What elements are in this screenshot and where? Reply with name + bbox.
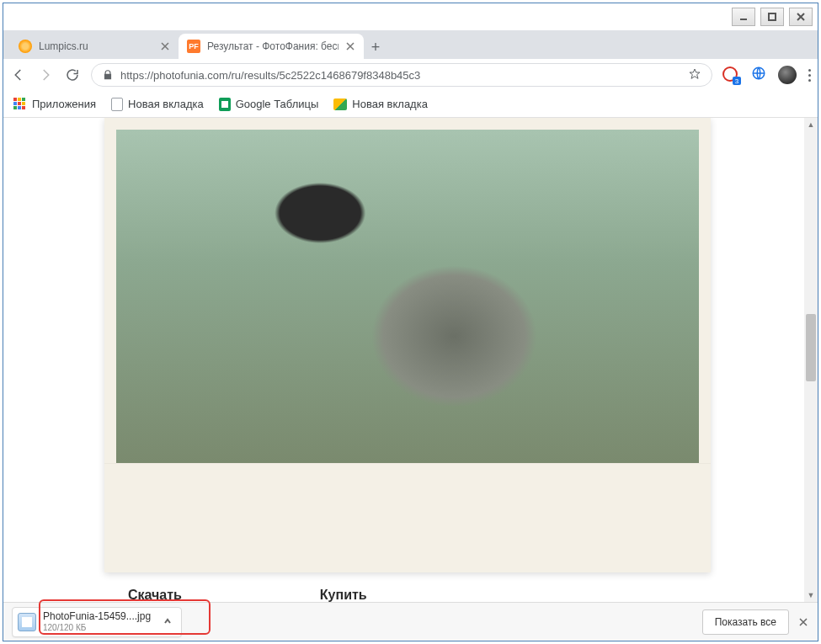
bookmark-label: Google Таблицы	[236, 98, 319, 110]
download-column: Скачать Средний размер	[128, 588, 219, 602]
download-heading: Скачать	[128, 588, 219, 602]
translate-icon[interactable]	[751, 66, 766, 84]
page-content: Скачать Средний размер Купить Открытку ▲…	[3, 118, 818, 602]
polaroid-frame-bottom	[104, 463, 711, 572]
tab-photofunia[interactable]: PF Результат - ФотоФания: бесплат	[179, 34, 364, 59]
buy-heading: Купить	[320, 588, 371, 602]
profile-avatar[interactable]	[778, 66, 797, 84]
apps-grid-icon	[13, 98, 27, 111]
show-all-downloads-button[interactable]: Показать все	[702, 609, 789, 635]
tab-title: Lumpics.ru	[39, 40, 153, 52]
window-maximize-button[interactable]	[760, 8, 784, 26]
sheets-icon	[219, 98, 231, 111]
chrome-menu-button[interactable]	[808, 69, 811, 82]
page-viewport: Скачать Средний размер Купить Открытку	[3, 118, 804, 602]
lumpics-favicon	[19, 40, 32, 53]
download-item[interactable]: PhotoFunia-15459....jpg 120/120 КБ	[12, 607, 182, 637]
extension-icon[interactable]: 3	[722, 67, 739, 83]
toolbar-right-icons: 3	[722, 66, 811, 84]
photofunia-favicon: PF	[187, 40, 200, 53]
downloads-bar: PhotoFunia-15459....jpg 120/120 КБ Показ…	[3, 602, 818, 641]
svg-rect-0	[769, 13, 776, 20]
window-minimize-button[interactable]	[732, 8, 755, 26]
bookmark-newtab-2[interactable]: Новая вкладка	[333, 98, 428, 110]
tabs-bar: Lumpics.ru PF Результат - ФотоФания: бес…	[3, 30, 818, 59]
bookmark-google-sheets[interactable]: Google Таблицы	[219, 98, 319, 111]
download-text: PhotoFunia-15459....jpg 120/120 КБ	[43, 611, 151, 632]
scroll-thumb[interactable]	[806, 314, 816, 381]
extension-badge: 3	[733, 77, 741, 85]
vertical-scrollbar[interactable]: ▲ ▼	[804, 118, 818, 602]
image-icon	[333, 98, 347, 110]
forward-button[interactable]	[37, 67, 54, 83]
result-photo	[104, 118, 711, 463]
result-actions: Скачать Средний размер Купить Открытку	[104, 572, 804, 602]
scroll-track[interactable]	[804, 131, 818, 588]
lock-icon	[102, 69, 114, 81]
back-button[interactable]	[10, 67, 27, 83]
download-filename: PhotoFunia-15459....jpg	[43, 611, 151, 623]
download-size: 120/120 КБ	[43, 623, 151, 633]
tab-title: Результат - ФотоФания: бесплат	[207, 40, 339, 52]
tab-lumpics[interactable]: Lumpics.ru	[10, 34, 179, 59]
toolbar: https://photofunia.com/ru/results/5c2522…	[3, 59, 818, 91]
result-polaroid	[104, 118, 711, 572]
file-image-icon	[18, 613, 36, 631]
url-text: https://photofunia.com/ru/results/5c2522…	[120, 69, 681, 82]
bookmark-apps[interactable]: Приложения	[13, 98, 96, 111]
browser-window: Lumpics.ru PF Результат - ФотоФания: бес…	[3, 3, 818, 641]
reload-button[interactable]	[64, 67, 81, 83]
close-tab-icon[interactable]	[345, 41, 355, 51]
bookmark-label: Новая вкладка	[128, 98, 204, 110]
bookmark-newtab-1[interactable]: Новая вкладка	[111, 98, 204, 111]
close-downloads-bar-button[interactable]	[797, 616, 809, 628]
page-icon	[111, 98, 123, 111]
bookmark-label: Приложения	[32, 98, 96, 110]
scroll-up-arrow[interactable]: ▲	[804, 118, 818, 131]
address-bar[interactable]: https://photofunia.com/ru/results/5c2522…	[91, 63, 712, 87]
bookmark-label: Новая вкладка	[352, 98, 428, 110]
scroll-down-arrow[interactable]: ▼	[804, 588, 818, 602]
window-close-button[interactable]	[789, 8, 813, 26]
close-tab-icon[interactable]	[160, 41, 170, 51]
download-menu-chevron-icon[interactable]	[163, 615, 173, 630]
bookmarks-bar: Приложения Новая вкладка Google Таблицы …	[3, 91, 818, 118]
window-title-bar	[3, 3, 818, 30]
new-tab-button[interactable]: +	[364, 35, 387, 59]
bookmark-star-icon[interactable]	[688, 67, 701, 83]
buy-column: Купить Открытку	[320, 588, 371, 602]
